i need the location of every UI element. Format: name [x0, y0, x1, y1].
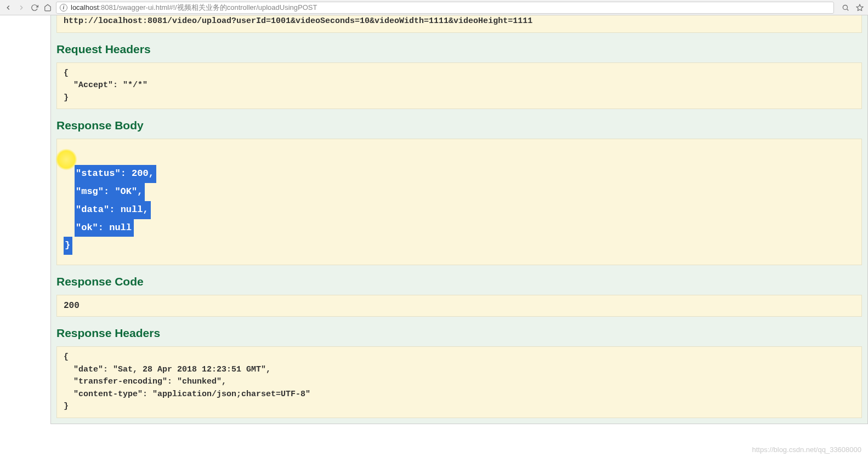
swagger-operation-panel: http://localhost:8081/video/upload?userI… [50, 15, 868, 424]
star-icon[interactable] [855, 3, 865, 13]
reload-button[interactable] [30, 3, 39, 13]
search-icon[interactable] [841, 3, 850, 13]
request-headers-title: Request Headers [56, 43, 862, 56]
svg-point-0 [843, 5, 847, 9]
response-code-box: 200 [56, 295, 862, 317]
response-headers-title: Response Headers [56, 327, 862, 340]
response-headers-box: { "date": "Sat, 28 Apr 2018 12:23:51 GMT… [56, 346, 862, 418]
site-info-icon[interactable]: i [60, 4, 67, 12]
browser-toolbar: i localhost:8081/swagger-ui.html#!/视频相关业… [0, 0, 868, 15]
address-bar[interactable]: i localhost:8081/swagger-ui.html#!/视频相关业… [56, 2, 834, 14]
home-button[interactable] [43, 3, 53, 13]
request-url-box: http://localhost:8081/video/upload?userI… [56, 15, 862, 33]
request-headers-box: { "Accept": "*/*" } [56, 62, 862, 110]
page-content: http://localhost:8081/video/upload?userI… [0, 15, 868, 424]
forward-button[interactable] [16, 3, 26, 13]
response-code-title: Response Code [56, 275, 862, 288]
svg-line-1 [847, 9, 849, 10]
response-body-box[interactable]: { "status": 200, "msg": "OK", "data": nu… [56, 139, 862, 265]
response-body-title: Response Body [56, 119, 862, 132]
svg-marker-2 [856, 4, 863, 10]
back-button[interactable] [3, 3, 13, 13]
url-text: localhost:8081/swagger-ui.html#!/视频相关业务的… [71, 3, 317, 13]
